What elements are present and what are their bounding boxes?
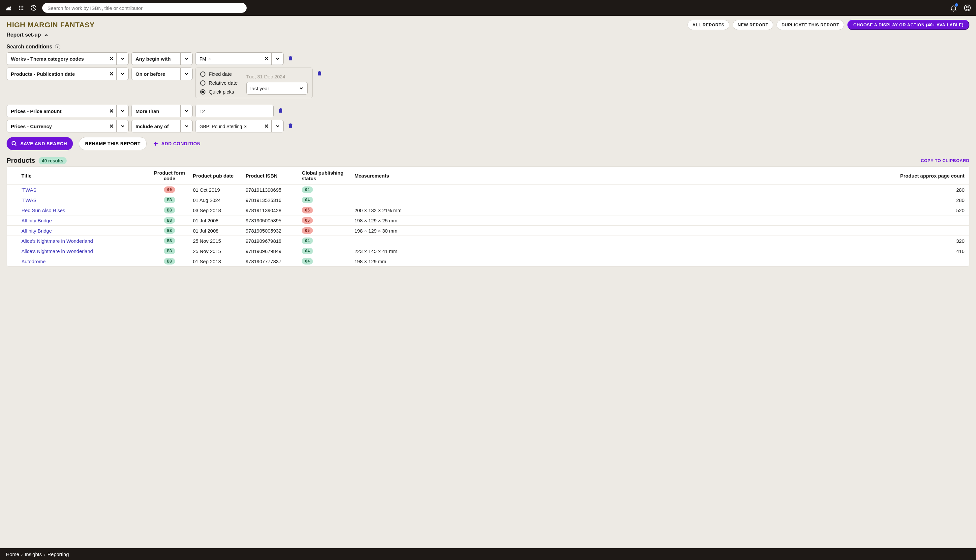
row-pub-date: 25 Nov 2015 <box>191 248 244 254</box>
history-icon[interactable] <box>30 4 38 12</box>
account-icon[interactable] <box>963 4 971 12</box>
condition-op-select[interactable]: Include any of <box>131 120 192 132</box>
condition-field-select[interactable]: Products - Publication date ✕ <box>7 68 129 80</box>
radio-fixed-date[interactable]: Fixed date <box>200 71 238 77</box>
condition-field-select[interactable]: Works - Thema category codes ✕ <box>7 52 129 65</box>
value-tag-text: GBP: Pound Sterling <box>199 124 242 129</box>
duplicate-report-button[interactable]: DUPLICATE THIS REPORT <box>777 20 844 30</box>
remove-tag-icon[interactable]: × <box>208 56 211 62</box>
col-status[interactable]: Global publishing status <box>300 170 353 181</box>
delete-condition-icon[interactable] <box>286 52 295 65</box>
row-pub-date: 01 Aug 2024 <box>191 197 244 203</box>
apps-icon[interactable] <box>17 4 25 12</box>
all-reports-button[interactable]: ALL REPORTS <box>687 20 729 30</box>
clear-icon[interactable]: ✕ <box>261 55 271 62</box>
radio-relative-date[interactable]: Relative date <box>200 80 238 86</box>
row-pages: 416 <box>425 248 969 254</box>
chevron-down-icon[interactable] <box>116 68 128 80</box>
search-conditions-header: Search conditions i <box>7 44 969 50</box>
status-badge: 05 <box>302 217 313 224</box>
row-title[interactable]: 'TWAS <box>20 187 148 193</box>
delete-condition-icon[interactable] <box>286 120 295 132</box>
svg-point-11 <box>12 141 15 145</box>
chevron-down-icon[interactable] <box>271 53 283 65</box>
clear-icon[interactable]: ✕ <box>107 108 116 115</box>
search-input[interactable] <box>47 5 241 11</box>
chevron-down-icon[interactable] <box>116 105 128 117</box>
notifications-icon[interactable] <box>949 4 958 12</box>
quick-pick-select[interactable]: last year <box>246 82 308 95</box>
col-form[interactable]: Product form code <box>148 170 191 181</box>
rename-report-button[interactable]: RENAME THIS REPORT <box>79 137 147 150</box>
row-title[interactable]: Affinity Bridge <box>20 228 148 233</box>
row-isbn: 9781909679818 <box>244 238 300 244</box>
row-pages: 280 <box>425 197 969 203</box>
condition-value-input[interactable]: FM × ✕ <box>195 52 284 65</box>
svg-point-6 <box>19 9 20 10</box>
chevron-down-icon[interactable] <box>180 53 192 65</box>
col-pub[interactable]: Product pub date <box>191 173 244 178</box>
row-pages: 320 <box>425 238 969 244</box>
notification-dot <box>955 3 958 7</box>
row-pub-date: 03 Sep 2018 <box>191 208 244 213</box>
row-title[interactable]: Autodrome <box>20 258 148 264</box>
radio-quick-picks[interactable]: Quick picks <box>200 89 238 95</box>
condition-op-select[interactable]: Any begin with <box>131 52 192 65</box>
add-condition-label: ADD CONDITION <box>161 141 201 146</box>
radio-label: Fixed date <box>209 71 232 77</box>
status-badge: 04 <box>302 238 313 244</box>
new-report-button[interactable]: NEW REPORT <box>733 20 773 30</box>
row-isbn: 9781909679849 <box>244 248 300 254</box>
row-title[interactable]: Red Sun Also Rises <box>20 208 148 213</box>
save-and-search-button[interactable]: SAVE AND SEARCH <box>7 137 73 150</box>
svg-point-7 <box>21 9 22 10</box>
col-isbn[interactable]: Product ISBN <box>244 173 300 178</box>
row-title[interactable]: Affinity Bridge <box>20 218 148 223</box>
row-title[interactable]: Alice's Nightmare in Wonderland <box>20 248 148 254</box>
condition-row: Prices - Price amount ✕ More than 12 <box>7 105 969 117</box>
radio-icon <box>200 80 206 86</box>
svg-point-0 <box>19 6 20 7</box>
svg-point-8 <box>22 9 23 10</box>
report-setup-toggle[interactable]: Report set-up <box>7 32 969 38</box>
condition-field-select[interactable]: Prices - Price amount ✕ <box>7 105 129 117</box>
info-icon[interactable]: i <box>55 44 60 49</box>
col-pages[interactable]: Product approx page count <box>425 173 969 178</box>
radio-label: Quick picks <box>209 89 234 95</box>
chevron-down-icon[interactable] <box>116 120 128 132</box>
table-row: 'TWASBB01 Aug 2024978191352531604280 <box>7 195 969 205</box>
global-search[interactable] <box>42 3 247 13</box>
row-pub-date: 01 Oct 2019 <box>191 187 244 193</box>
clear-icon[interactable]: ✕ <box>107 70 116 77</box>
delete-condition-icon[interactable] <box>276 105 285 117</box>
add-condition-button[interactable]: ADD CONDITION <box>153 141 201 147</box>
choose-display-button[interactable]: CHOOSE A DISPLAY OR ACTION (40+ AVAILABL… <box>847 20 969 30</box>
chevron-down-icon[interactable] <box>180 105 192 117</box>
condition-value-input[interactable]: 12 <box>195 105 274 117</box>
clear-icon[interactable]: ✕ <box>261 123 271 130</box>
row-pub-date: 25 Nov 2015 <box>191 238 244 244</box>
chevron-down-icon[interactable] <box>180 120 192 132</box>
clear-icon[interactable]: ✕ <box>107 123 116 130</box>
chevron-down-icon[interactable] <box>271 120 283 132</box>
row-title[interactable]: Alice's Nightmare in Wonderland <box>20 238 148 244</box>
condition-value-input[interactable]: GBP: Pound Sterling × ✕ <box>195 120 284 132</box>
chevron-down-icon[interactable] <box>116 53 128 65</box>
condition-field-label: Prices - Price amount <box>7 108 107 114</box>
table-row: Alice's Nightmare in WonderlandBB25 Nov … <box>7 235 969 246</box>
row-title[interactable]: 'TWAS <box>20 197 148 203</box>
delete-condition-icon[interactable] <box>315 68 324 80</box>
chevron-down-icon[interactable] <box>180 68 192 80</box>
condition-op-select[interactable]: On or before <box>131 68 192 80</box>
status-badge: 05 <box>302 227 313 234</box>
date-picker-panel: Fixed date Relative date Quick picks Tue… <box>195 68 313 98</box>
radio-icon <box>200 89 206 95</box>
col-meas[interactable]: Measurements <box>353 173 425 178</box>
clear-icon[interactable]: ✕ <box>107 55 116 62</box>
table-row: Alice's Nightmare in WonderlandBB25 Nov … <box>7 246 969 256</box>
copy-to-clipboard-button[interactable]: COPY TO CLIPBOARD <box>921 158 969 163</box>
remove-tag-icon[interactable]: × <box>244 124 247 129</box>
col-title[interactable]: Title <box>20 173 148 178</box>
condition-op-select[interactable]: More than <box>131 105 192 117</box>
condition-field-select[interactable]: Prices - Currency ✕ <box>7 120 129 132</box>
